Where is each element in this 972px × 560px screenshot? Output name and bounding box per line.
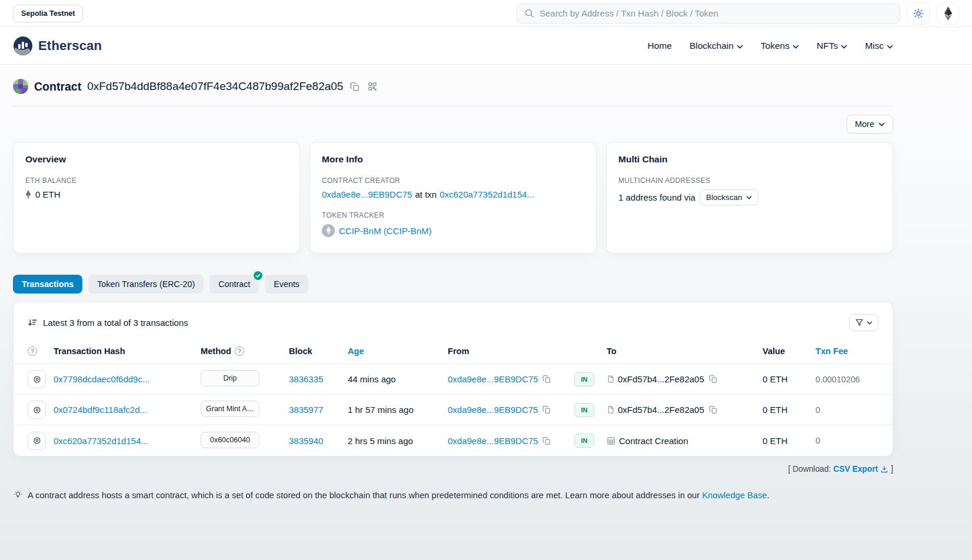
verified-check-icon — [253, 271, 263, 281]
eth-balance-label: ETH BALANCE — [25, 176, 288, 185]
from-address-link[interactable]: 0xda9e8e...9EB9DC75 — [448, 405, 538, 415]
txn-fee-text: 0 — [815, 405, 878, 415]
help-icon[interactable]: ? — [28, 346, 37, 356]
copy-icon[interactable] — [708, 405, 718, 414]
block-link[interactable]: 3836335 — [289, 374, 323, 384]
block-link[interactable]: 3835940 — [289, 436, 323, 446]
col-value: Value — [763, 346, 815, 356]
section-tabs: Transactions Token Transfers (ERC-20) Co… — [13, 275, 893, 294]
multichain-addresses-label: MULTICHAIN ADDRESSES — [618, 176, 881, 185]
transactions-summary: Latest 3 from a total of 3 transactions — [28, 318, 188, 328]
tab-token-transfers[interactable]: Token Transfers (ERC-20) — [88, 275, 204, 294]
txn-hash-link[interactable]: 0x7798dcdaec0f6dd9c... — [54, 374, 149, 384]
contract-address: 0xFd57b4ddBf88a4e07fF4e34C487b99af2Fe82a… — [87, 80, 343, 93]
direction-badge: IN — [574, 403, 594, 417]
chevron-down-icon — [878, 122, 885, 126]
col-age-toggle[interactable]: Age — [348, 346, 448, 356]
etherscan-logo-icon — [13, 36, 33, 56]
from-address-link[interactable]: 0xda9e8e...9EB9DC75 — [448, 436, 538, 446]
txn-hash-link[interactable]: 0xc620a77352d1d154... — [54, 436, 148, 446]
network-switch-button[interactable] — [937, 2, 959, 25]
blockscan-dropdown-button[interactable]: Blockscan — [700, 189, 759, 205]
top-bar: Sepolia Testnet — [0, 0, 972, 27]
contract-creation-icon — [607, 436, 615, 445]
more-dropdown-button[interactable]: More — [847, 115, 893, 134]
search-bar[interactable] — [517, 4, 900, 24]
csv-export-link[interactable]: CSV Export — [833, 465, 888, 474]
copy-icon[interactable] — [541, 405, 552, 414]
nav-item-nfts[interactable]: NFTs — [817, 41, 847, 51]
contract-file-icon — [607, 405, 614, 414]
copy-address-button[interactable] — [349, 81, 361, 93]
value-text: 0 ETH — [763, 374, 815, 384]
sun-icon — [913, 8, 924, 19]
tab-contract[interactable]: Contract — [209, 275, 259, 294]
method-badge: Drip — [201, 370, 259, 386]
copy-icon[interactable] — [541, 375, 552, 384]
tab-events[interactable]: Events — [265, 275, 308, 294]
direction-badge: IN — [574, 434, 594, 448]
nav-item-blockchain[interactable]: Blockchain — [690, 41, 743, 51]
col-to: To — [607, 346, 763, 356]
chevron-down-icon — [737, 41, 743, 51]
from-address-link[interactable]: 0xda9e8e...9EB9DC75 — [448, 374, 538, 384]
txn-hash-link[interactable]: 0x0724bdf9c118afc2d... — [54, 405, 147, 415]
qr-code-icon — [368, 82, 377, 91]
multichain-found-text: 1 address found via — [618, 192, 695, 202]
chevron-down-icon — [867, 321, 873, 325]
block-link[interactable]: 3835977 — [289, 405, 323, 415]
download-icon — [880, 465, 888, 474]
to-address-text: 0xFd57b4...2Fe82a05 — [618, 374, 704, 384]
creator-address-link[interactable]: 0xda9e8e...9EB9DC75 — [322, 189, 412, 199]
overview-card: Overview ETH BALANCE 0 ETH — [13, 142, 300, 254]
chevron-down-icon — [841, 41, 847, 51]
brand-name: Etherscan — [38, 38, 102, 54]
method-help-icon[interactable]: ? — [235, 346, 244, 356]
creation-txn-link[interactable]: 0xc620a77352d1d154... — [440, 189, 534, 199]
qr-code-button[interactable] — [367, 81, 378, 92]
token-icon — [322, 224, 335, 237]
eth-balance-value: 0 ETH — [35, 189, 61, 199]
col-txn-fee-toggle[interactable]: Txn Fee — [815, 346, 878, 356]
txn-fee-text: 0.00010206 — [815, 375, 878, 384]
chevron-down-icon — [793, 41, 799, 51]
txn-preview-eye-button[interactable] — [28, 432, 46, 450]
filter-button[interactable] — [849, 314, 878, 331]
token-tracker-label: TOKEN TRACKER — [322, 211, 584, 219]
description-text: A contract address hosts a smart contrac… — [28, 491, 700, 500]
address-header: Contract 0xFd57b4ddBf88a4e07fF4e34C487b9… — [13, 65, 893, 94]
token-tracker-link[interactable]: CCIP-BnM (CCIP-BnM) — [339, 226, 432, 236]
nav-item-tokens[interactable]: Tokens — [761, 41, 799, 51]
to-address-text: 0xFd57b4...2Fe82a05 — [618, 405, 704, 415]
contract-creator-label: CONTRACT CREATOR — [322, 176, 584, 185]
to-address-text: Contract Creation — [619, 436, 688, 446]
main-content: Contract 0xFd57b4ddBf88a4e07fF4e34C487b9… — [0, 65, 972, 560]
contract-file-icon — [607, 375, 614, 384]
copy-icon[interactable] — [708, 375, 718, 384]
header-divider — [13, 106, 893, 106]
filter-funnel-icon — [855, 318, 864, 327]
nav-item-home[interactable]: Home — [648, 41, 672, 51]
col-transaction-hash: Transaction Hash — [54, 346, 201, 356]
age-text: 2 hrs 5 mins ago — [348, 436, 448, 446]
knowledge-base-link[interactable]: Knowledge Base — [702, 491, 767, 500]
nav-item-misc[interactable]: Misc — [865, 41, 893, 51]
network-badge[interactable]: Sepolia Testnet — [13, 5, 83, 22]
txn-preview-eye-button[interactable] — [28, 401, 46, 419]
etherscan-logo[interactable]: Etherscan — [13, 36, 102, 56]
multichain-title: Multi Chain — [618, 154, 881, 165]
table-header-row: ? Transaction Hash Method? Block Age Fro… — [14, 338, 893, 364]
table-row: 0x0724bdf9c118afc2d... Grant Mint An... … — [14, 395, 893, 425]
age-text: 1 hr 57 mins ago — [348, 405, 448, 415]
txn-preview-eye-button[interactable] — [28, 370, 46, 388]
page-title: Contract — [34, 80, 81, 94]
main-navbar: Etherscan Home Blockchain Tokens NFTs Mi… — [0, 27, 972, 65]
tab-transactions[interactable]: Transactions — [13, 275, 82, 294]
theme-toggle-button[interactable] — [907, 2, 930, 25]
download-prefix: [ Download: — [788, 465, 831, 474]
search-input[interactable] — [540, 8, 893, 18]
overview-title: Overview — [25, 154, 288, 165]
chevron-down-icon — [746, 196, 752, 199]
copy-icon[interactable] — [541, 436, 552, 445]
address-avatar — [13, 79, 28, 94]
